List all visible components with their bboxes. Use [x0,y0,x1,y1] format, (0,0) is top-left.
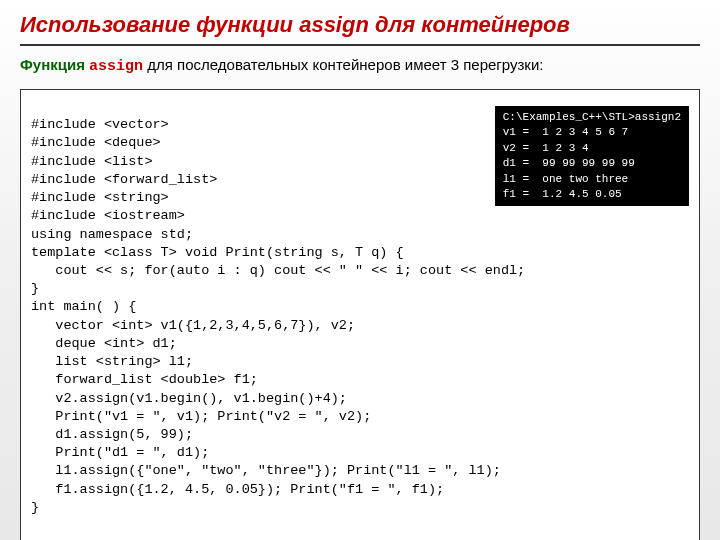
code-line: #include <iostream> [31,208,185,223]
code-line: v2.assign(v1.begin(), v1.begin()+4); [31,391,347,406]
code-line: forward_list <double> f1; [31,372,258,387]
code-line: f1.assign({1.2, 4.5, 0.05}); Print("f1 =… [31,482,444,497]
subtitle-assign: assign [89,58,143,75]
code-block: #include <vector> #include <deque> #incl… [20,89,700,540]
console-line: d1 = 99 99 99 99 99 [503,157,635,169]
code-line: #include <string> [31,190,169,205]
code-line: Print("v1 = ", v1); Print("v2 = ", v2); [31,409,371,424]
code-line: list <string> l1; [31,354,193,369]
console-line: f1 = 1.2 4.5 0.05 [503,188,622,200]
code-line: deque <int> d1; [31,336,177,351]
code-line: vector <int> v1({1,2,3,4,5,6,7}), v2; [31,318,355,333]
code-line: #include <vector> [31,117,169,132]
code-line: Print("d1 = ", d1); [31,445,209,460]
console-output: C:\Examples_C++\STL>assign2 v1 = 1 2 3 4… [495,106,689,206]
subtitle-post: для последовательных контейнеров имеет 3… [143,56,543,73]
code-line: template <class T> void Print(string s, … [31,245,404,260]
code-line: int main( ) { [31,299,136,314]
console-line: C:\Examples_C++\STL>assign2 [503,111,681,123]
slide-container: Использование функции assign для контейн… [0,0,720,540]
code-line: using namespace std; [31,227,193,242]
console-line: v1 = 1 2 3 4 5 6 7 [503,126,628,138]
console-line: v2 = 1 2 3 4 [503,142,589,154]
code-line: } [31,500,39,515]
slide-title: Использование функции assign для контейн… [20,12,700,46]
code-line: } [31,281,39,296]
code-line: cout << s; for(auto i : q) cout << " " <… [31,263,525,278]
console-line: l1 = one two three [503,173,628,185]
code-line: #include <list> [31,154,153,169]
code-line: #include <deque> [31,135,161,150]
subtitle-pre: Функция [20,56,89,73]
slide-subtitle: Функция assign для последовательных конт… [20,56,700,75]
code-line: #include <forward_list> [31,172,217,187]
code-line: l1.assign({"one", "two", "three"}); Prin… [31,463,501,478]
code-line: d1.assign(5, 99); [31,427,193,442]
